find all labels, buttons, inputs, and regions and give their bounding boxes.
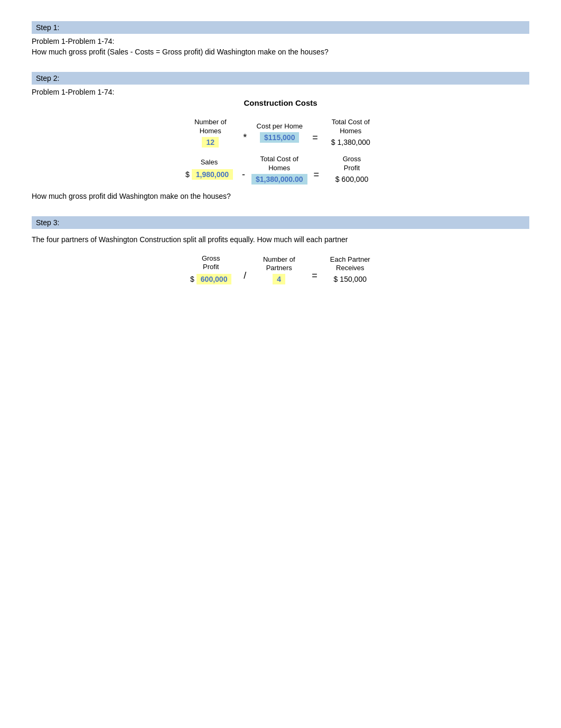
- num-homes-value: 12: [202, 138, 219, 146]
- step3-header: Step 3:: [32, 216, 529, 229]
- total-cost-homes-label2: Total Cost ofHomes: [260, 155, 298, 173]
- num-partners-label: Number ofPartners: [263, 255, 295, 273]
- operator-minus: -: [242, 169, 245, 181]
- gross-profit-value: $ 600,000: [335, 175, 368, 183]
- gross-profit-cell: GrossProfit $ 600,000: [325, 155, 378, 183]
- step2-question: How much gross profit did Washington mak…: [32, 192, 529, 200]
- num-homes-cell: Number ofHomes 12: [184, 118, 237, 146]
- total-cost-homes-value2: $1,380,000.00: [251, 175, 307, 183]
- step3-question: The four partners of Washington Construc…: [32, 235, 529, 244]
- construction-costs-title: Construction Costs: [32, 98, 529, 107]
- calc-row1: Number ofHomes 12 * Cost per Home $115,0…: [32, 118, 529, 146]
- gross-profit-cell2: GrossProfit $ 600,000: [184, 254, 237, 285]
- step3-calc-row: GrossProfit $ 600,000 / Number ofPartner…: [32, 254, 529, 285]
- total-cost-homes-cell: Total Cost ofHomes $ 1,380,000: [324, 118, 377, 146]
- step1-header: Step 1:: [32, 21, 529, 34]
- each-partner-value: $ 150,000: [334, 275, 367, 283]
- num-homes-label: Number ofHomes: [194, 118, 227, 136]
- step2-label: Step 2:: [36, 74, 59, 82]
- step1-question: How much gross profit (Sales - Costs = G…: [32, 48, 529, 56]
- sales-dollar: $: [185, 170, 190, 179]
- cost-per-home-cell: Cost per Home $115,000: [253, 122, 306, 142]
- step2-problem: Problem 1-Problem 1-74:: [32, 88, 529, 96]
- operator-equals1: =: [312, 132, 318, 144]
- step3-section: Step 3: The four partners of Washington …: [32, 216, 529, 285]
- sales-value: $ 1,980,000: [185, 169, 233, 180]
- total-cost-homes-cell2: Total Cost ofHomes $1,380,000.00: [251, 155, 307, 183]
- sales-cell: Sales $ 1,980,000: [183, 158, 236, 180]
- sales-label: Sales: [201, 158, 218, 167]
- num-partners-value: 4: [273, 275, 285, 283]
- cost-per-home-label: Cost per Home: [257, 122, 303, 131]
- step2-section: Step 2: Problem 1-Problem 1-74: Construc…: [32, 72, 529, 200]
- step1-label: Step 1:: [36, 23, 59, 32]
- step2-header: Step 2:: [32, 72, 529, 85]
- step1-section: Step 1: Problem 1-Problem 1-74: How much…: [32, 21, 529, 56]
- step1-problem: Problem 1-Problem 1-74:: [32, 37, 529, 45]
- each-partner-label: Each PartnerReceives: [330, 255, 370, 273]
- total-cost-homes-value: $ 1,380,000: [331, 138, 370, 146]
- operator-multiply: *: [243, 132, 247, 144]
- calc-row2: Sales $ 1,980,000 - Total Cost ofHomes $…: [32, 155, 529, 183]
- operator-divide: /: [244, 270, 246, 282]
- gross-profit-label: GrossProfit: [343, 155, 361, 173]
- each-partner-cell: Each PartnerReceives $ 150,000: [324, 255, 377, 284]
- operator-equals2: =: [314, 169, 320, 181]
- gross-profit-value2: $ 600,000: [190, 274, 231, 284]
- num-partners-cell: Number ofPartners 4: [253, 255, 305, 284]
- step3-label: Step 3:: [36, 218, 59, 227]
- gross-profit-label2: GrossProfit: [202, 254, 220, 272]
- operator-equals3: =: [312, 270, 317, 282]
- total-cost-homes-label: Total Cost ofHomes: [332, 118, 370, 136]
- cost-per-home-value: $115,000: [260, 133, 299, 142]
